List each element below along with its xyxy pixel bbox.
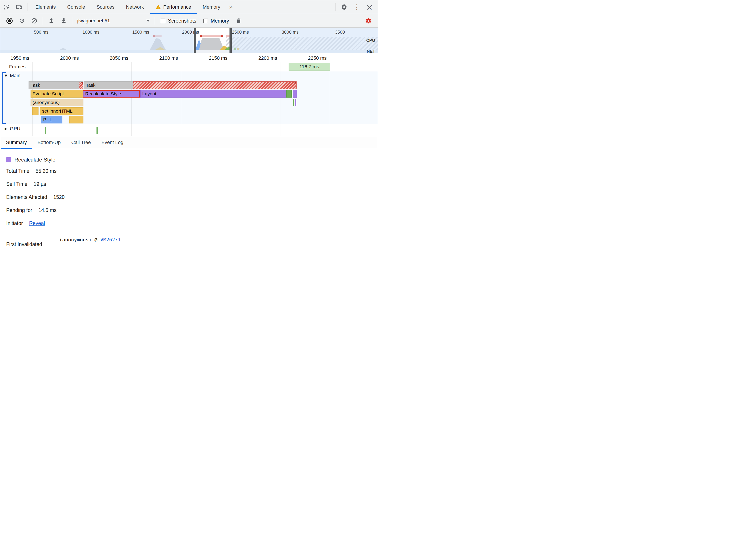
flame-bar-small[interactable]	[293, 90, 297, 98]
summary-row-label: First Invalidated	[6, 236, 59, 247]
event-color-swatch	[6, 157, 11, 162]
tab-label: Network	[126, 4, 144, 10]
tab-elements[interactable]: Elements	[30, 0, 61, 14]
divider	[72, 17, 72, 24]
flame-bar-anonymous[interactable]: (anonymous)	[31, 99, 84, 106]
tabbar-left-group: Elements Console Sources Network Perform…	[0, 0, 236, 14]
flame-bar-parse[interactable]: P...L	[41, 116, 62, 123]
device-toolbar-button[interactable]	[14, 2, 24, 12]
tab-label: Bottom-Up	[38, 140, 61, 145]
overflow-menu-button[interactable]: ⋮	[350, 3, 363, 11]
profile-select-value: jlwagner.net #1	[77, 18, 110, 24]
gpu-track-header[interactable]: ▶ GPU	[5, 126, 20, 132]
tab-label: Memory	[203, 4, 220, 10]
summary-row-label: Elements Affected	[6, 194, 47, 200]
overview-tick: 500 ms	[34, 30, 49, 35]
ruler-tick: 1950 ms	[11, 55, 29, 61]
device-toolbar-icon	[16, 4, 22, 10]
memory-label: Memory	[211, 18, 229, 24]
chevron-expanded-icon[interactable]: ▼	[5, 74, 7, 78]
track-selection-bracket	[2, 123, 6, 124]
tab-network[interactable]: Network	[120, 0, 150, 14]
summary-row-label: Pending for	[6, 207, 32, 213]
download-icon	[61, 18, 67, 24]
tab-memory[interactable]: Memory	[197, 0, 226, 14]
overview-window-handle-right[interactable]	[229, 28, 232, 53]
flame-bar-recalculate-style-selected[interactable]: Recalculate Style	[83, 90, 140, 98]
profile-select[interactable]: jlwagner.net #1	[74, 18, 153, 24]
record-button[interactable]	[6, 18, 13, 24]
stack-trace-line: (anonymous) @ VM262:1	[59, 236, 121, 247]
chevron-down-icon	[146, 20, 150, 22]
frames-track: Frames 116.7 ms	[0, 62, 378, 71]
summary-row-value: 19 µs	[34, 181, 46, 187]
divider	[155, 17, 155, 24]
close-devtools-button[interactable]: ×	[363, 3, 376, 11]
save-profile-button[interactable]	[59, 16, 69, 26]
delete-recording-button[interactable]	[234, 16, 244, 26]
inspect-icon	[3, 4, 9, 10]
memory-checkbox[interactable]	[203, 18, 208, 23]
summary-row-label: Initiator	[6, 220, 23, 226]
frame-duration-chip[interactable]: 116.7 ms	[288, 63, 330, 70]
flame-bar-sliver[interactable]	[293, 99, 294, 106]
summary-row-label: Self Time	[6, 181, 28, 187]
tab-label: Console	[67, 4, 85, 10]
tab-performance[interactable]: Performance	[150, 0, 197, 14]
overview-tick: 3000 ms	[282, 30, 299, 35]
warning-icon	[155, 4, 161, 10]
flame-bar-evaluate-script[interactable]: Evaluate Script	[31, 90, 84, 98]
initiator-reveal-link[interactable]: Reveal	[29, 220, 45, 226]
overview-tick: 3500	[335, 30, 345, 35]
screenshots-checkbox-group[interactable]: Screenshots	[161, 18, 196, 24]
flame-bar-label: P...L	[43, 117, 52, 122]
more-tabs-button[interactable]: »	[226, 4, 236, 10]
flame-bar-label: Task	[86, 82, 95, 88]
tab-label: Call Tree	[71, 140, 91, 145]
flame-chart: ▼ Main Task Task Evaluate Script Recalcu…	[0, 71, 378, 136]
tab-event-log[interactable]: Event Log	[96, 136, 128, 149]
tab-bottom-up[interactable]: Bottom-Up	[32, 136, 66, 149]
summary-header: Recalculate Style	[6, 155, 378, 165]
flame-bar-task[interactable]: Task	[29, 81, 84, 89]
flame-bar-sliver[interactable]	[295, 99, 296, 106]
flame-bar-task[interactable]: Task	[84, 81, 133, 89]
load-profile-button[interactable]	[46, 16, 56, 26]
flame-bar-layout[interactable]: Layout	[140, 90, 286, 98]
flame-bar-paint[interactable]	[286, 90, 292, 98]
devtools-tabbar: Elements Console Sources Network Perform…	[0, 0, 378, 14]
tab-label: Performance	[163, 4, 191, 10]
stack-source-link[interactable]: VM262:1	[100, 237, 121, 242]
tab-console[interactable]: Console	[61, 0, 91, 14]
flame-bar-label: (anonymous)	[33, 100, 60, 105]
memory-checkbox-group[interactable]: Memory	[203, 18, 229, 24]
timeline-overview[interactable]: 500 ms 1000 ms 1500 ms 2000 ms 2500 ms 3…	[0, 28, 378, 53]
tab-call-tree[interactable]: Call Tree	[66, 136, 96, 149]
screenshots-checkbox[interactable]	[161, 18, 165, 23]
overview-window-handle-left[interactable]	[194, 28, 196, 53]
flame-bar-small[interactable]	[32, 107, 39, 115]
main-track-header[interactable]: ▼ Main	[5, 73, 20, 78]
tab-sources[interactable]: Sources	[91, 0, 120, 14]
inspect-element-button[interactable]	[1, 2, 11, 12]
reload-and-record-button[interactable]	[17, 16, 27, 26]
clear-recording-button[interactable]	[29, 16, 39, 26]
activity-shape	[199, 38, 224, 50]
flame-bar-label: Evaluate Script	[33, 91, 64, 96]
reload-icon	[19, 18, 25, 24]
track-selection-bracket	[2, 72, 3, 124]
flame-bar-set-innerhtml[interactable]: set innerHTML	[40, 107, 84, 115]
settings-button[interactable]	[339, 2, 349, 12]
flame-bar-long-task[interactable]	[133, 81, 296, 89]
flame-bar-small[interactable]	[69, 116, 84, 123]
chevron-collapsed-icon[interactable]: ▶	[5, 127, 7, 131]
trash-icon	[236, 18, 242, 24]
overview-tick: 2000 ms	[182, 30, 199, 35]
summary-row-value: 14.5 ms	[39, 207, 57, 213]
capture-settings-button[interactable]	[363, 16, 374, 26]
flame-bar-label: Recalculate Style	[85, 91, 121, 96]
block-icon	[31, 18, 38, 24]
tab-label: Summary	[6, 140, 27, 145]
gpu-activity-mark	[97, 127, 98, 134]
tab-summary[interactable]: Summary	[1, 136, 32, 149]
